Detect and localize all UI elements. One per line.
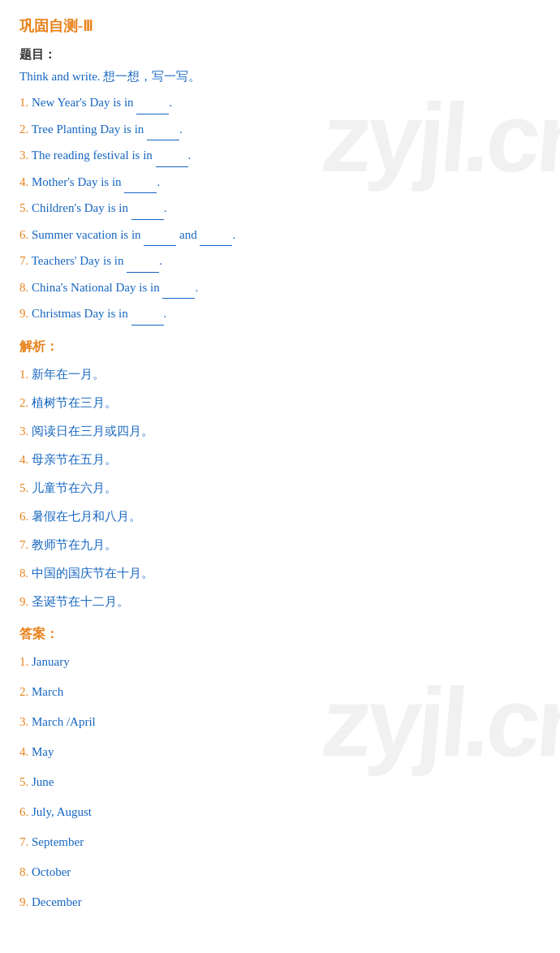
answers-list: 1. January2. March3. March /April4. May5… [19, 651, 541, 913]
question-item: 8. China's National Day is in . [19, 278, 541, 300]
question-item: 9. Christmas Day is in . [19, 304, 541, 326]
instruction: Think and write. 想一想，写一写。 [19, 69, 541, 84]
answer-item: 1. January [19, 651, 541, 673]
question-item: 6. Summer vacation is in and . [19, 225, 541, 247]
question-item: 5. Children's Day is in . [19, 198, 541, 220]
analysis-item: 2. 植树节在三月。 [19, 392, 541, 414]
question-item: 3. The reading festival is in . [19, 145, 541, 167]
analysis-item: 5. 儿童节在六月。 [19, 477, 541, 499]
analysis-item: 8. 中国的国庆节在十月。 [19, 563, 541, 584]
questions-list: 1. New Year's Day is in .2. Tree Plantin… [19, 93, 541, 326]
answer-item: 2. March [19, 681, 541, 703]
question-item: 7. Teachers' Day is in . [19, 251, 541, 273]
analysis-item: 7. 教师节在九月。 [19, 534, 541, 556]
analysis-item: 1. 新年在一月。 [19, 364, 541, 386]
analysis-item: 4. 母亲节在五月。 [19, 449, 541, 471]
question-item: 1. New Year's Day is in . [19, 93, 541, 114]
page-title: 巩固自测-Ⅲ [19, 16, 541, 36]
answer-item: 4. May [19, 741, 541, 763]
answer-item: 3. March /April [19, 711, 541, 733]
answer-item: 5. June [19, 771, 541, 793]
answer-label: 答案： [19, 626, 541, 643]
analysis-label: 解析： [19, 339, 541, 356]
question-item: 2. Tree Planting Day is in . [19, 119, 541, 141]
answer-item: 6. July, August [19, 801, 541, 823]
answer-item: 8. October [19, 861, 541, 883]
answer-item: 7. September [19, 831, 541, 853]
section-label: 题目： [19, 47, 541, 63]
question-item: 4. Mother's Day is in . [19, 172, 541, 194]
analysis-item: 3. 阅读日在三月或四月。 [19, 420, 541, 442]
answer-item: 9. December [19, 891, 541, 913]
analysis-item: 9. 圣诞节在十二月。 [19, 591, 541, 613]
analysis-list: 1. 新年在一月。2. 植树节在三月。3. 阅读日在三月或四月。4. 母亲节在五… [19, 364, 541, 613]
analysis-item: 6. 暑假在七月和八月。 [19, 506, 541, 528]
